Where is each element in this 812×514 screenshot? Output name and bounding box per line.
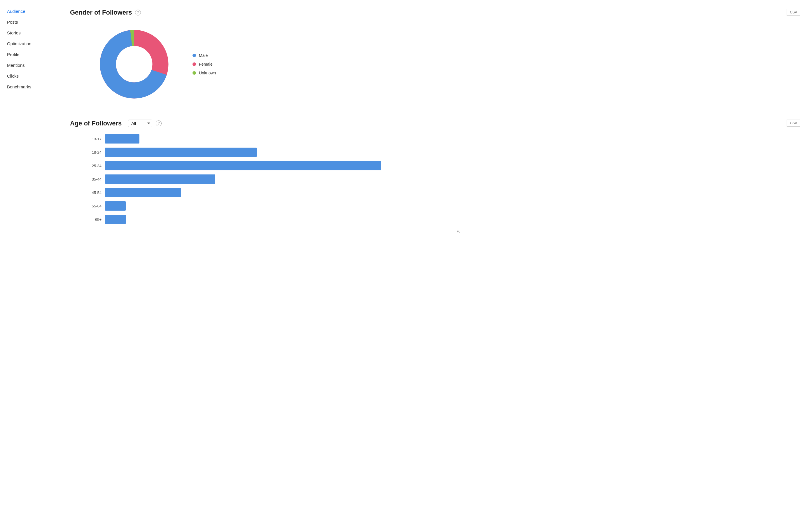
gender-header: Gender of Followers ? — [70, 9, 800, 16]
legend-item-male: Male — [193, 53, 216, 58]
bar-track-65+ — [105, 215, 794, 224]
age-header: Age of Followers AllMaleFemale ? — [70, 120, 800, 127]
gender-help-icon[interactable]: ? — [135, 10, 141, 16]
age-help-icon[interactable]: ? — [156, 120, 162, 126]
bar-row-55-64: 55-64 — [87, 201, 794, 210]
bar-label-18-24: 18-24 — [87, 150, 102, 154]
bar-label-25-34: 25-34 — [87, 164, 102, 168]
legend-label-unknown: Unknown — [199, 70, 216, 75]
sidebar: AudiencePostsStoriesOptimizationProfileM… — [0, 0, 58, 514]
bar-row-13-17: 13-17 — [87, 134, 794, 144]
bar-row-45-54: 45-54 — [87, 188, 794, 197]
sidebar-item-mentions[interactable]: Mentions — [0, 60, 58, 70]
gender-csv-button[interactable]: CSV — [787, 9, 800, 16]
bar-track-35-44 — [105, 174, 794, 184]
gender-title: Gender of Followers — [70, 9, 132, 16]
legend-label-male: Male — [199, 53, 208, 58]
x-axis-label: % — [87, 229, 794, 233]
bar-label-35-44: 35-44 — [87, 177, 102, 181]
legend-dot-male — [193, 54, 196, 57]
sidebar-item-posts[interactable]: Posts — [0, 17, 58, 27]
legend-item-unknown: Unknown — [193, 70, 216, 75]
sidebar-item-optimization[interactable]: Optimization — [0, 38, 58, 49]
svg-point-3 — [116, 46, 152, 82]
bar-row-65+: 65+ — [87, 215, 794, 224]
bar-track-25-34 — [105, 161, 794, 170]
bar-fill-35-44 — [105, 174, 215, 184]
bar-fill-45-54 — [105, 188, 181, 197]
sidebar-item-stories[interactable]: Stories — [0, 27, 58, 38]
legend-dot-female — [193, 62, 196, 66]
age-title: Age of Followers — [70, 120, 122, 127]
legend-dot-unknown — [193, 71, 196, 75]
gender-legend: MaleFemaleUnknown — [193, 53, 216, 75]
bar-label-55-64: 55-64 — [87, 204, 102, 208]
bar-track-55-64 — [105, 201, 794, 210]
sidebar-item-profile[interactable]: Profile — [0, 49, 58, 60]
bar-label-13-17: 13-17 — [87, 137, 102, 141]
bar-fill-65+ — [105, 215, 126, 224]
bar-row-25-34: 25-34 — [87, 161, 794, 170]
bar-track-13-17 — [105, 134, 794, 144]
bar-row-35-44: 35-44 — [87, 174, 794, 184]
age-csv-button[interactable]: CSV — [787, 120, 800, 126]
bar-label-65+: 65+ — [87, 217, 102, 222]
bar-fill-25-34 — [105, 161, 381, 170]
bar-track-45-54 — [105, 188, 794, 197]
age-filter-select[interactable]: AllMaleFemale — [128, 120, 152, 127]
gender-section: Gender of Followers ? CSV MaleFemaleUnkn… — [70, 9, 800, 105]
bar-fill-18-24 — [105, 148, 257, 157]
sidebar-item-benchmarks[interactable]: Benchmarks — [0, 81, 58, 92]
bar-fill-55-64 — [105, 201, 126, 210]
donut-container: MaleFemaleUnknown — [70, 23, 800, 105]
bar-chart-inner: 13-1718-2425-3435-4445-5455-6465+ — [87, 134, 794, 224]
legend-item-female: Female — [193, 62, 216, 66]
legend-label-female: Female — [199, 62, 213, 66]
donut-chart — [93, 23, 175, 105]
age-section: Age of Followers AllMaleFemale ? CSV 13-… — [70, 120, 800, 233]
sidebar-item-clicks[interactable]: Clicks — [0, 70, 58, 81]
bar-track-18-24 — [105, 148, 794, 157]
bar-chart: 13-1718-2425-3435-4445-5455-6465+ % — [70, 134, 800, 233]
bar-label-45-54: 45-54 — [87, 191, 102, 195]
sidebar-item-audience[interactable]: Audience — [0, 6, 58, 17]
bar-row-18-24: 18-24 — [87, 148, 794, 157]
main-content: Gender of Followers ? CSV MaleFemaleUnkn… — [58, 0, 812, 514]
bar-fill-13-17 — [105, 134, 139, 144]
